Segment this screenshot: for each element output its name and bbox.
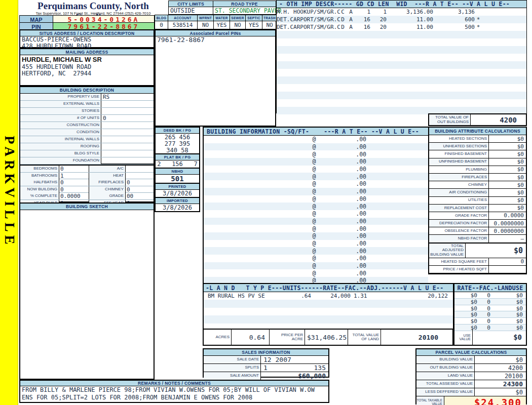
attribute-value: $0 — [489, 143, 526, 150]
landuse-fac: 0 — [477, 299, 500, 305]
parcel-value-row: LAND VALUE 20100 — [416, 372, 526, 380]
rate-cell: .00 — [318, 166, 366, 173]
road-type-value: ST. SECONDARY PAVED — [213, 7, 282, 14]
sale-date-value: 12 2007 — [261, 356, 328, 363]
township-name: PARKVILLE — [2, 136, 17, 248]
attribute-row: CHIMNEY $0 — [429, 181, 526, 189]
rate-cell: .00 — [318, 248, 366, 255]
at-sign: @ — [310, 136, 318, 143]
landuse-fac: 0 — [477, 311, 500, 318]
improvement-empty-rows — [277, 31, 526, 114]
attribute-row: UNFINISHED BASEMENT $0 — [429, 158, 526, 166]
stat-value: 00 — [126, 193, 156, 199]
building-info-row: @ .00 — [204, 136, 428, 143]
land-type-table: -L A N D T Y P E---UNITS------RATE--FAC.… — [203, 283, 453, 330]
other-improvements-table: - OTH IMP DESCR----- GD CD LEN WID ---R … — [276, 0, 527, 113]
stat-label: % COMPLETE — [20, 193, 59, 199]
stat-value: 0 — [126, 186, 156, 193]
sale-amount-value: $60,000 — [261, 372, 328, 380]
building-description-box: BUILDING DESCRIPTION PROPERTY USE RS EXT… — [19, 86, 155, 165]
building-info-row: @ .00 — [204, 195, 428, 203]
attribute-label: PLUMBING — [429, 166, 489, 173]
landuse-row: $0 0 $0 — [454, 299, 526, 305]
building-description-row: INTERNAL WALLS — [20, 136, 154, 143]
account-col-value: NO — [230, 21, 245, 29]
land-row: BM RURAL HS PV SE .64 24,000 1.31 20,122 — [204, 292, 453, 300]
price-per-acre-value: $31,406.25 — [305, 330, 348, 345]
building-info-row: @ .00 — [204, 240, 428, 248]
field-label: # OF UNITS — [20, 115, 101, 122]
mailing-name: HURDLE, MICHAEL W SR — [20, 55, 154, 64]
sales-header: SALES INFORMAITON — [204, 349, 328, 356]
at-sign: @ — [310, 151, 318, 158]
building-info-row: @ .00 — [204, 218, 428, 225]
deed-entry: 277 395 — [156, 140, 199, 147]
parcel-value-row: TOTAL ASSESED VALUE 24300 — [416, 380, 526, 388]
imported-box: IMPORTED 3/8/2026 — [155, 197, 200, 212]
pin-row: PIN 7961-22-8867 — [19, 22, 155, 29]
printed-value: 3/8/2026 — [156, 190, 199, 197]
improvement-rate: 3,136.00 — [387, 9, 433, 15]
imported-value: 3/8/2026 — [156, 204, 199, 211]
land-units: .64 — [280, 293, 311, 299]
attribute-label: NBHD FACTOR — [429, 235, 489, 242]
stats-row: BATHROOMS 1 HEAT — [20, 173, 154, 180]
stat-value: 0 — [59, 179, 89, 186]
stat-label: NOW BUILDING — [20, 186, 59, 193]
account-col: WATER YES — [214, 15, 230, 29]
attribute-value: $0 — [489, 135, 526, 142]
building-information-header: BUILDING INFORMATION -SQ/FT- ---R A T E-… — [204, 128, 428, 136]
stats-row: % COMPLETE 0.0000 GRADE 00 — [20, 193, 154, 200]
deed-box: DEED BK / PG 265 456277 395340 58 — [155, 127, 200, 153]
rate-cell: .00 — [318, 158, 366, 165]
field-value — [101, 136, 154, 143]
field-label: PROPERTY USE — [20, 94, 101, 100]
attribute-value: 0.0000 — [489, 212, 526, 219]
account-col: BLDG 0 — [155, 15, 168, 29]
land-rate: 24,000 — [311, 293, 351, 299]
stat-label: A/C — [89, 166, 126, 172]
rate-cell: .00 — [318, 270, 366, 277]
account-col-label: WATER — [214, 15, 230, 21]
account-col-label: ACCOUNT — [168, 15, 197, 21]
printed-box: PRINTED 3/8/2026 — [155, 183, 200, 197]
parcel-value-row: OUT BUILDING VALUE 4200 — [416, 364, 526, 372]
sale-amount-row: SALE AMOUNT $60,000 — [204, 372, 328, 380]
stats-row: BEDROOMS 0 A/C — [20, 166, 154, 173]
account-col: SEWER NO — [230, 15, 246, 29]
building-description-row: CONDITION — [20, 129, 154, 136]
rate-cell: .00 — [318, 225, 366, 232]
building-attribute-header: BUILDING ATTRIBUTE CALCULATIONS — [429, 128, 526, 135]
at-sign: @ — [310, 218, 318, 225]
building-attribute-box: BUILDING ATTRIBUTE CALCULATIONS HEATED S… — [428, 127, 527, 274]
improvement-gd: D — [339, 24, 347, 30]
attribute-row: FINISHED BASEMENT $0 — [429, 150, 526, 158]
attribute-label: GRADE FACTOR — [429, 212, 489, 219]
property-record-card: PARKVILLE Perquimans County, North Carol… — [0, 0, 532, 405]
stat-value: 0 — [59, 166, 89, 172]
land-type: BM RURAL HS PV SE — [204, 293, 280, 299]
rate-cell: .00 — [318, 143, 366, 150]
building-info-row: @ .00 — [204, 143, 428, 151]
landuse-use: $0 — [500, 305, 526, 312]
remarks-box: REMARKS / NOTES / COMMENTS FROM BILLY & … — [19, 380, 329, 403]
account-col-label: BLDG — [155, 15, 168, 21]
parcel-value-label: OUT BUILDING VALUE — [416, 364, 475, 372]
account-col-value: NO — [262, 21, 277, 29]
adjusted-building-value: $0 — [466, 244, 526, 258]
sale-date-label: SALE DATE — [204, 356, 261, 363]
nbhd-value: 501 — [156, 175, 199, 183]
improvement-wid: 20 — [370, 16, 387, 23]
land-value: 20,122 — [375, 293, 453, 299]
attribute-row: NBHD FACTOR – — [429, 235, 526, 242]
field-value — [101, 157, 154, 164]
parcel-value-row: BUILDING VALUE $0 — [416, 356, 526, 364]
building-description-row: CONSTRUCTION — [20, 122, 154, 129]
rate-cell: .00 — [318, 173, 366, 180]
parcel-value-label: BUILDING VALUE — [416, 356, 475, 363]
rate-cell: .00 — [318, 180, 366, 187]
building-info-row: @ .00 — [204, 188, 428, 195]
taxable-value-box: TOTAL TAXABLE VALUE $24,300 — [416, 396, 526, 405]
parcel-value-row: LESS DEFFERED VALUE $0 — [416, 388, 526, 396]
building-description-row: BLDG STYLE — [20, 150, 154, 157]
